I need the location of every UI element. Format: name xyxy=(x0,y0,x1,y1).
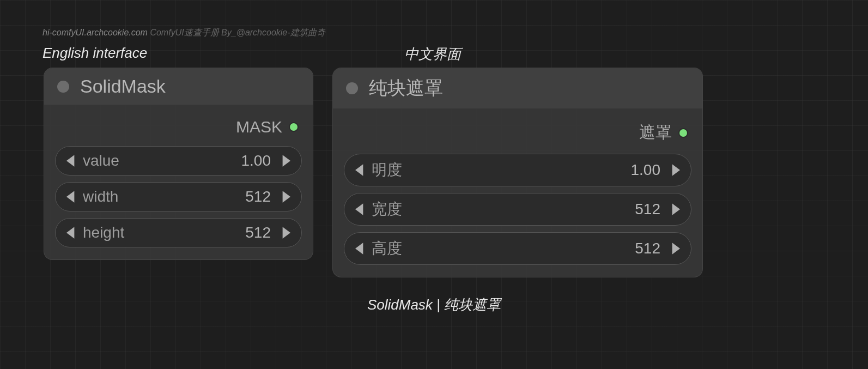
arrow-left-icon[interactable] xyxy=(351,243,369,255)
param-value-row[interactable]: 明度 1.00 xyxy=(344,154,691,186)
arrow-right-icon[interactable] xyxy=(666,243,684,255)
arrow-right-icon[interactable] xyxy=(276,227,295,239)
param-label: value xyxy=(81,152,241,170)
param-value[interactable]: 1.00 xyxy=(241,152,277,170)
param-value[interactable]: 512 xyxy=(245,224,276,241)
param-label: width xyxy=(81,188,245,205)
arrow-left-icon[interactable] xyxy=(62,191,81,203)
param-label: 高度 xyxy=(369,238,635,259)
param-label: 宽度 xyxy=(369,199,635,220)
arrow-right-icon[interactable] xyxy=(276,191,295,203)
page-header-label: hi-comfyUI.archcookie.com ComfyUI速查手册 By… xyxy=(43,27,325,39)
param-width-row[interactable]: width 512 xyxy=(55,182,302,211)
node-title: SolidMask xyxy=(80,76,166,97)
node-header[interactable]: 纯块遮罩 xyxy=(333,68,702,108)
collapse-dot-icon[interactable] xyxy=(57,81,69,93)
node-solidmask-en[interactable]: SolidMask MASK value 1.00 width 512 heig… xyxy=(44,68,313,260)
param-value[interactable]: 1.00 xyxy=(631,161,666,179)
param-width-row[interactable]: 宽度 512 xyxy=(344,193,691,226)
arrow-right-icon[interactable] xyxy=(666,164,684,176)
param-value[interactable]: 512 xyxy=(245,188,276,205)
param-height-row[interactable]: 高度 512 xyxy=(344,232,691,265)
param-label: 明度 xyxy=(369,160,631,180)
param-height-row[interactable]: height 512 xyxy=(55,218,302,247)
output-port-icon[interactable] xyxy=(289,122,299,132)
output-row: MASK xyxy=(55,113,302,146)
arrow-right-icon[interactable] xyxy=(276,155,295,167)
node-title: 纯块遮罩 xyxy=(369,76,443,101)
arrow-left-icon[interactable] xyxy=(62,155,81,167)
node-header[interactable]: SolidMask xyxy=(44,68,313,105)
output-label: MASK xyxy=(236,118,282,136)
site-desc: ComfyUI速查手册 By_@archcookie-建筑曲奇 xyxy=(148,28,325,37)
section-title-zh: 中文界面 xyxy=(404,45,461,64)
output-port-icon[interactable] xyxy=(678,128,688,138)
output-row: 遮罩 xyxy=(344,117,691,154)
node-body: 遮罩 明度 1.00 宽度 512 高度 512 xyxy=(333,108,702,277)
site-url: hi-comfyUI.archcookie.com xyxy=(43,28,148,37)
collapse-dot-icon[interactable] xyxy=(346,82,358,94)
param-label: height xyxy=(81,224,245,241)
arrow-left-icon[interactable] xyxy=(351,164,369,176)
arrow-right-icon[interactable] xyxy=(666,203,684,215)
output-label: 遮罩 xyxy=(639,122,672,144)
node-body: MASK value 1.00 width 512 height 512 xyxy=(44,105,313,259)
param-value[interactable]: 512 xyxy=(635,240,666,257)
node-solidmask-zh[interactable]: 纯块遮罩 遮罩 明度 1.00 宽度 512 高度 512 xyxy=(332,68,703,277)
arrow-left-icon[interactable] xyxy=(62,227,81,239)
param-value[interactable]: 512 xyxy=(635,201,666,218)
bottom-caption: SolidMask | 纯块遮罩 xyxy=(0,295,868,314)
param-value-row[interactable]: value 1.00 xyxy=(55,146,302,176)
section-title-en: English interface xyxy=(43,45,147,62)
arrow-left-icon[interactable] xyxy=(351,203,369,215)
